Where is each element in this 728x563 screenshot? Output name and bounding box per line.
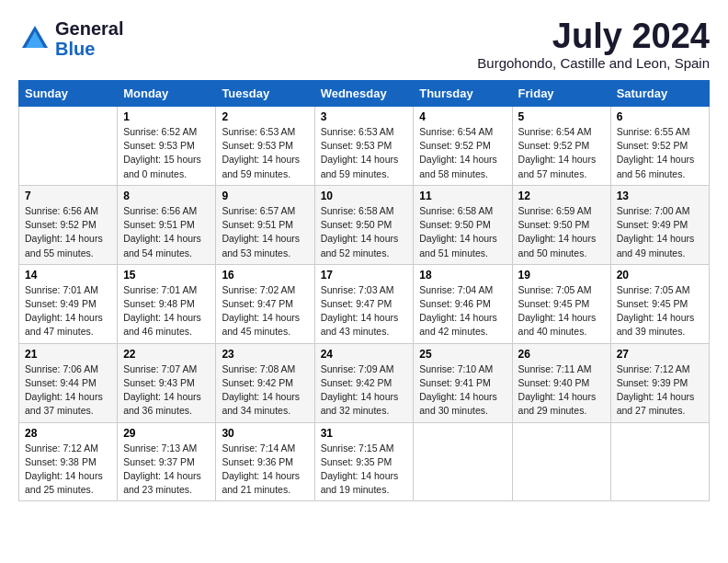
day-number: 13 — [617, 190, 703, 202]
calendar-cell — [19, 107, 118, 186]
title-section: July 2024 Burgohondo, Castille and Leon,… — [477, 18, 710, 71]
month-title: July 2024 — [477, 18, 710, 53]
day-number: 6 — [617, 110, 703, 123]
calendar-cell: 16Sunrise: 7:02 AMSunset: 9:47 PMDayligh… — [216, 264, 314, 343]
day-number: 30 — [222, 427, 308, 440]
col-friday: Friday — [512, 81, 610, 107]
day-number: 15 — [123, 269, 210, 282]
col-tuesday: Tuesday — [216, 81, 314, 107]
day-info: Sunrise: 6:59 AMSunset: 9:50 PMDaylight:… — [518, 204, 605, 260]
day-info: Sunrise: 7:12 AMSunset: 9:39 PMDaylight:… — [617, 362, 703, 419]
day-info: Sunrise: 6:53 AMSunset: 9:53 PMDaylight:… — [321, 125, 408, 181]
calendar-week-row: 28Sunrise: 7:12 AMSunset: 9:38 PMDayligh… — [19, 422, 710, 501]
calendar-cell: 5Sunrise: 6:54 AMSunset: 9:52 PMDaylight… — [512, 107, 610, 186]
day-number: 28 — [25, 427, 111, 440]
day-number: 7 — [25, 190, 111, 202]
calendar-cell: 12Sunrise: 6:59 AMSunset: 9:50 PMDayligh… — [512, 185, 610, 264]
calendar-cell: 25Sunrise: 7:10 AMSunset: 9:41 PMDayligh… — [414, 343, 512, 422]
day-info: Sunrise: 6:54 AMSunset: 9:52 PMDaylight:… — [518, 125, 605, 181]
logo: General Blue — [18, 18, 123, 59]
calendar-cell: 9Sunrise: 6:57 AMSunset: 9:51 PMDaylight… — [216, 185, 314, 264]
logo-blue: Blue — [55, 39, 95, 59]
day-number: 22 — [123, 348, 210, 361]
day-info: Sunrise: 6:54 AMSunset: 9:52 PMDaylight:… — [419, 125, 506, 181]
day-info: Sunrise: 7:05 AMSunset: 9:45 PMDaylight:… — [518, 283, 605, 339]
day-number: 2 — [222, 110, 308, 123]
day-info: Sunrise: 7:14 AMSunset: 9:36 PMDaylight:… — [222, 442, 308, 498]
day-number: 16 — [222, 269, 308, 282]
calendar-cell: 2Sunrise: 6:53 AMSunset: 9:53 PMDaylight… — [216, 107, 314, 186]
day-info: Sunrise: 7:15 AMSunset: 9:35 PMDaylight:… — [321, 442, 408, 498]
day-number: 29 — [123, 427, 210, 440]
calendar-cell — [610, 422, 709, 501]
day-info: Sunrise: 7:01 AMSunset: 9:49 PMDaylight:… — [25, 283, 111, 339]
calendar-cell: 24Sunrise: 7:09 AMSunset: 9:42 PMDayligh… — [314, 343, 414, 422]
calendar-cell — [512, 422, 610, 501]
day-number: 1 — [123, 110, 210, 123]
day-number: 20 — [617, 269, 703, 282]
logo-icon — [18, 22, 51, 55]
calendar-cell: 6Sunrise: 6:55 AMSunset: 9:52 PMDaylight… — [610, 107, 709, 186]
day-number: 17 — [321, 269, 408, 282]
calendar-cell: 18Sunrise: 7:04 AMSunset: 9:46 PMDayligh… — [414, 264, 512, 343]
day-number: 5 — [518, 110, 605, 123]
calendar-week-row: 7Sunrise: 6:56 AMSunset: 9:52 PMDaylight… — [19, 185, 710, 264]
calendar-cell: 20Sunrise: 7:05 AMSunset: 9:45 PMDayligh… — [610, 264, 709, 343]
day-info: Sunrise: 7:11 AMSunset: 9:40 PMDaylight:… — [518, 362, 605, 419]
day-info: Sunrise: 6:58 AMSunset: 9:50 PMDaylight:… — [419, 204, 506, 260]
calendar-week-row: 21Sunrise: 7:06 AMSunset: 9:44 PMDayligh… — [19, 343, 710, 422]
calendar-cell: 31Sunrise: 7:15 AMSunset: 9:35 PMDayligh… — [314, 422, 414, 501]
day-number: 18 — [419, 269, 506, 282]
calendar-cell: 30Sunrise: 7:14 AMSunset: 9:36 PMDayligh… — [216, 422, 314, 501]
day-number: 12 — [518, 190, 605, 202]
day-info: Sunrise: 6:58 AMSunset: 9:50 PMDaylight:… — [321, 204, 408, 260]
calendar-cell: 1Sunrise: 6:52 AMSunset: 9:53 PMDaylight… — [118, 107, 216, 186]
calendar-cell: 26Sunrise: 7:11 AMSunset: 9:40 PMDayligh… — [512, 343, 610, 422]
day-number: 23 — [222, 348, 308, 361]
day-number: 26 — [518, 348, 605, 361]
day-info: Sunrise: 7:03 AMSunset: 9:47 PMDaylight:… — [321, 283, 408, 339]
calendar-cell: 3Sunrise: 6:53 AMSunset: 9:53 PMDaylight… — [314, 107, 414, 186]
calendar-week-row: 1Sunrise: 6:52 AMSunset: 9:53 PMDaylight… — [19, 107, 710, 186]
day-info: Sunrise: 7:05 AMSunset: 9:45 PMDaylight:… — [617, 283, 703, 339]
calendar-cell: 29Sunrise: 7:13 AMSunset: 9:37 PMDayligh… — [118, 422, 216, 501]
day-number: 19 — [518, 269, 605, 282]
day-number: 27 — [617, 348, 703, 361]
day-info: Sunrise: 7:07 AMSunset: 9:43 PMDaylight:… — [123, 362, 210, 419]
calendar-cell: 8Sunrise: 6:56 AMSunset: 9:51 PMDaylight… — [118, 185, 216, 264]
calendar-cell: 13Sunrise: 7:00 AMSunset: 9:49 PMDayligh… — [610, 185, 709, 264]
col-sunday: Sunday — [19, 81, 118, 107]
day-number: 8 — [123, 190, 210, 202]
day-info: Sunrise: 7:13 AMSunset: 9:37 PMDaylight:… — [123, 442, 210, 498]
calendar-cell: 15Sunrise: 7:01 AMSunset: 9:48 PMDayligh… — [118, 264, 216, 343]
day-number: 21 — [25, 348, 111, 361]
day-number: 10 — [321, 190, 408, 202]
day-info: Sunrise: 7:04 AMSunset: 9:46 PMDaylight:… — [419, 283, 506, 339]
calendar-cell: 7Sunrise: 6:56 AMSunset: 9:52 PMDaylight… — [19, 185, 118, 264]
calendar-table: Sunday Monday Tuesday Wednesday Thursday… — [18, 80, 710, 501]
day-number: 31 — [321, 427, 408, 440]
calendar-cell: 14Sunrise: 7:01 AMSunset: 9:49 PMDayligh… — [19, 264, 118, 343]
calendar-cell: 23Sunrise: 7:08 AMSunset: 9:42 PMDayligh… — [216, 343, 314, 422]
calendar-cell: 22Sunrise: 7:07 AMSunset: 9:43 PMDayligh… — [118, 343, 216, 422]
header: General Blue July 2024 Burgohondo, Casti… — [18, 18, 710, 71]
col-monday: Monday — [118, 81, 216, 107]
day-info: Sunrise: 6:55 AMSunset: 9:52 PMDaylight:… — [617, 125, 703, 181]
day-info: Sunrise: 7:10 AMSunset: 9:41 PMDaylight:… — [419, 362, 506, 419]
day-info: Sunrise: 6:52 AMSunset: 9:53 PMDaylight:… — [123, 125, 210, 181]
calendar-cell — [414, 422, 512, 501]
calendar-week-row: 14Sunrise: 7:01 AMSunset: 9:49 PMDayligh… — [19, 264, 710, 343]
day-info: Sunrise: 7:06 AMSunset: 9:44 PMDaylight:… — [25, 362, 111, 419]
calendar-cell: 19Sunrise: 7:05 AMSunset: 9:45 PMDayligh… — [512, 264, 610, 343]
day-info: Sunrise: 7:09 AMSunset: 9:42 PMDaylight:… — [321, 362, 408, 419]
logo-text: General Blue — [55, 18, 123, 59]
calendar-cell: 10Sunrise: 6:58 AMSunset: 9:50 PMDayligh… — [314, 185, 414, 264]
day-info: Sunrise: 7:02 AMSunset: 9:47 PMDaylight:… — [222, 283, 308, 339]
day-info: Sunrise: 6:56 AMSunset: 9:51 PMDaylight:… — [123, 204, 210, 260]
col-thursday: Thursday — [414, 81, 512, 107]
day-number: 14 — [25, 269, 111, 282]
col-saturday: Saturday — [610, 81, 709, 107]
day-info: Sunrise: 7:01 AMSunset: 9:48 PMDaylight:… — [123, 283, 210, 339]
day-info: Sunrise: 6:53 AMSunset: 9:53 PMDaylight:… — [222, 125, 308, 181]
day-number: 25 — [419, 348, 506, 361]
